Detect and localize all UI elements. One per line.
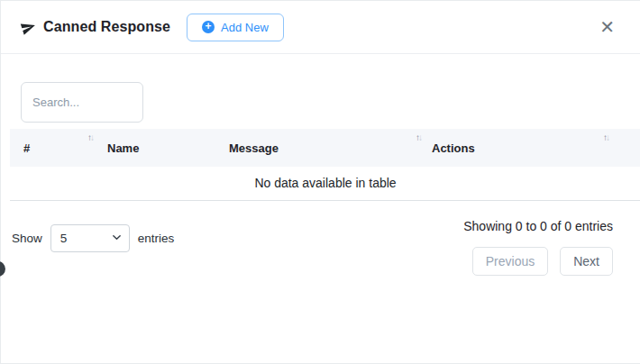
next-button[interactable]: Next: [560, 247, 613, 276]
canned-response-modal: Canned Response + Add New ✕ # ↑↓ Name Me…: [0, 0, 640, 364]
column-header-message[interactable]: Message ↑↓: [222, 129, 425, 167]
modal-header: Canned Response + Add New ✕: [1, 1, 640, 54]
add-new-label: Add New: [221, 21, 269, 34]
sort-icon: ↑↓: [603, 133, 608, 142]
page-size-select[interactable]: 5: [50, 224, 130, 252]
column-header-num[interactable]: # ↑↓: [10, 129, 100, 167]
add-new-button[interactable]: + Add New: [187, 14, 284, 41]
close-icon[interactable]: ✕: [596, 16, 618, 38]
table-header-row: # ↑↓ Name Message ↑↓ Actions ↑↓: [10, 129, 640, 167]
column-header-name[interactable]: Name: [100, 129, 222, 167]
table-footer: Show 5 entries Showing 0 to 0 of 0 entri…: [1, 201, 640, 276]
sort-icon: ↑↓: [87, 133, 93, 142]
plus-circle-icon: +: [202, 21, 215, 33]
page-title: Canned Response: [43, 19, 170, 35]
previous-button[interactable]: Previous: [472, 247, 548, 276]
entries-label: entries: [138, 232, 175, 245]
search-input[interactable]: [21, 82, 143, 123]
empty-state-row: No data available in table: [10, 167, 640, 201]
pagination-block: Showing 0 to 0 of 0 entries Previous Nex…: [463, 217, 613, 276]
canned-response-table: # ↑↓ Name Message ↑↓ Actions ↑↓ No data …: [10, 129, 640, 201]
sort-icon: ↑↓: [416, 133, 421, 142]
column-header-actions[interactable]: Actions ↑↓: [425, 129, 640, 167]
showing-info: Showing 0 to 0 of 0 entries: [463, 219, 613, 233]
paper-plane-icon: [19, 17, 38, 36]
show-label: Show: [12, 232, 42, 245]
page-length-control: Show 5 entries: [12, 224, 174, 252]
empty-state-message: No data available in table: [10, 167, 640, 201]
